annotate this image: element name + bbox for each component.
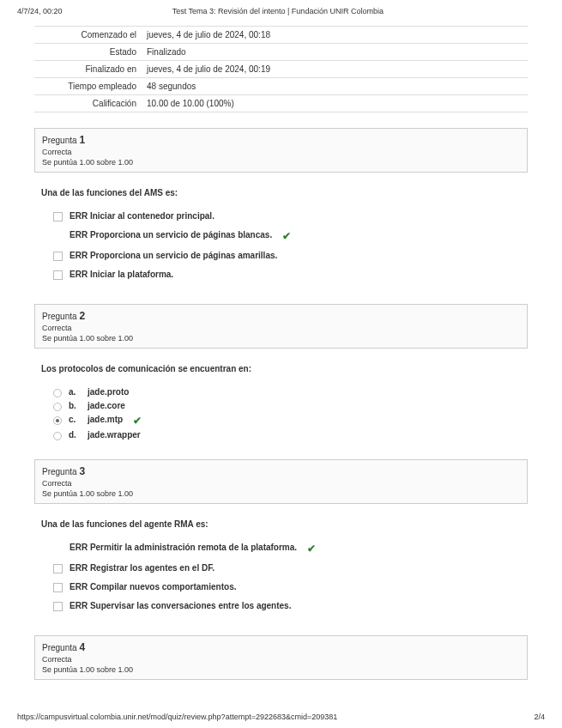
- option-row[interactable]: ERR Iniciar la plataforma.: [41, 270, 521, 280]
- page-header: 4/7/24, 00:20 Test Tema 3: Revisión del …: [17, 7, 545, 15]
- question-grade: Se puntúa 1.00 sobre 1.00: [42, 334, 520, 343]
- option-text: ERR Iniciar al contenedor principal.: [69, 211, 215, 221]
- summary-row: Calificación10.00 de 10.00 (100%): [34, 95, 528, 112]
- option-row[interactable]: ERR Proporciona un servicio de páginas b…: [41, 230, 521, 242]
- summary-value: 48 segundos: [142, 78, 528, 95]
- summary-value: Finalizado: [142, 44, 528, 61]
- summary-value: jueves, 4 de julio de 2024, 00:18: [142, 27, 528, 44]
- checkbox-icon[interactable]: [53, 564, 63, 573]
- summary-label: Tiempo empleado: [34, 78, 142, 95]
- option-text: ERR Registrar los agentes en el DF.: [69, 563, 215, 573]
- summary-row: Comenzado eljueves, 4 de julio de 2024, …: [34, 27, 528, 44]
- checkbox-icon[interactable]: [53, 602, 63, 611]
- summary-row: Tiempo empleado48 segundos: [34, 78, 528, 95]
- question-header: Pregunta 4CorrectaSe puntúa 1.00 sobre 1…: [34, 635, 528, 680]
- question-header: Pregunta 2CorrectaSe puntúa 1.00 sobre 1…: [34, 304, 528, 349]
- checkbox-icon[interactable]: [53, 583, 63, 592]
- option-row[interactable]: d.jade.wrapper: [41, 430, 521, 440]
- option-text: ERR Permitir la administración remota de…: [69, 543, 297, 552]
- radio-icon[interactable]: [53, 416, 62, 425]
- option-row[interactable]: ERR Registrar los agentes en el DF.: [41, 563, 521, 573]
- question-grade: Se puntúa 1.00 sobre 1.00: [42, 158, 520, 167]
- footer-url: https://campusvirtual.colombia.unir.net/…: [17, 713, 337, 721]
- question-text: Una de las funciones del AMS es:: [41, 188, 521, 197]
- checkbox-icon[interactable]: [53, 543, 63, 553]
- question-header: Pregunta 3CorrectaSe puntúa 1.00 sobre 1…: [34, 459, 528, 504]
- option-text: ERR Supervisar las conversaciones entre …: [69, 601, 291, 610]
- checkbox-icon[interactable]: [53, 252, 63, 261]
- summary-label: Calificación: [34, 95, 142, 112]
- correct-check-icon: ✔: [133, 415, 142, 427]
- summary-value: jueves, 4 de julio de 2024, 00:19: [142, 61, 528, 78]
- option-text: ERR Proporciona un servicio de páginas b…: [69, 230, 272, 240]
- question-state: Correcta: [42, 148, 520, 156]
- option-row[interactable]: ERR Iniciar al contenedor principal.: [41, 211, 521, 221]
- checkbox-icon[interactable]: [53, 231, 63, 240]
- summary-label: Comenzado el: [34, 27, 142, 44]
- summary-row: EstadoFinalizado: [34, 44, 528, 61]
- option-row[interactable]: ERR Proporciona un servicio de páginas a…: [41, 251, 521, 261]
- radio-icon[interactable]: [53, 403, 62, 411]
- header-datetime: 4/7/24, 00:20: [17, 7, 63, 15]
- option-text: jade.proto: [88, 387, 129, 397]
- question-number: Pregunta 2: [42, 310, 520, 322]
- question-number: Pregunta 3: [42, 465, 520, 477]
- correct-check-icon: ✔: [307, 543, 316, 555]
- option-row[interactable]: b.jade.core: [41, 401, 521, 411]
- option-text: ERR Iniciar la plataforma.: [69, 270, 173, 279]
- radio-icon[interactable]: [53, 389, 62, 397]
- question-state: Correcta: [42, 655, 520, 664]
- question-number: Pregunta 1: [42, 134, 520, 146]
- checkbox-icon[interactable]: [53, 212, 63, 221]
- header-title: Test Tema 3: Revisión del intento | Fund…: [63, 7, 493, 15]
- radio-icon[interactable]: [53, 432, 62, 440]
- option-letter: c.: [69, 415, 81, 424]
- option-row[interactable]: ERR Compilar nuevos comportamientos.: [41, 582, 521, 592]
- summary-label: Estado: [34, 44, 142, 61]
- question-grade: Se puntúa 1.00 sobre 1.00: [42, 489, 520, 498]
- option-text: jade.mtp: [88, 415, 123, 424]
- correct-check-icon: ✔: [282, 230, 291, 242]
- main-content: Comenzado eljueves, 4 de julio de 2024, …: [17, 26, 545, 680]
- question-body: Una de las funciones del AMS es:ERR Inic…: [34, 188, 528, 304]
- question-state: Correcta: [42, 324, 520, 332]
- summary-row: Finalizado enjueves, 4 de julio de 2024,…: [34, 61, 528, 78]
- option-text: jade.core: [88, 401, 125, 410]
- summary-table: Comenzado eljueves, 4 de julio de 2024, …: [34, 26, 528, 112]
- question-number: Pregunta 4: [42, 641, 520, 653]
- question-text: Los protocolos de comunicación se encuen…: [41, 364, 521, 373]
- option-letter: b.: [69, 401, 81, 410]
- option-row[interactable]: ERR Supervisar las conversaciones entre …: [41, 601, 521, 611]
- page-footer: https://campusvirtual.colombia.unir.net/…: [17, 713, 545, 721]
- question-state: Correcta: [42, 479, 520, 488]
- option-text: ERR Proporciona un servicio de páginas a…: [69, 251, 277, 260]
- option-row[interactable]: a.jade.proto: [41, 387, 521, 397]
- option-text: ERR Compilar nuevos comportamientos.: [69, 582, 236, 592]
- option-letter: a.: [69, 387, 81, 397]
- footer-page: 2/4: [534, 713, 545, 721]
- question-body: Una de las funciones del agente RMA es:E…: [34, 519, 528, 635]
- question-body: Los protocolos de comunicación se encuen…: [34, 364, 528, 459]
- question-text: Una de las funciones del agente RMA es:: [41, 519, 521, 529]
- option-text: jade.wrapper: [88, 430, 141, 440]
- summary-label: Finalizado en: [34, 61, 142, 78]
- option-row[interactable]: c.jade.mtp✔: [41, 415, 521, 427]
- checkbox-icon[interactable]: [53, 270, 63, 280]
- question-header: Pregunta 1CorrectaSe puntúa 1.00 sobre 1…: [34, 128, 528, 173]
- option-letter: d.: [69, 430, 81, 440]
- option-row[interactable]: ERR Permitir la administración remota de…: [41, 543, 521, 555]
- question-grade: Se puntúa 1.00 sobre 1.00: [42, 665, 520, 674]
- summary-value: 10.00 de 10.00 (100%): [142, 95, 528, 112]
